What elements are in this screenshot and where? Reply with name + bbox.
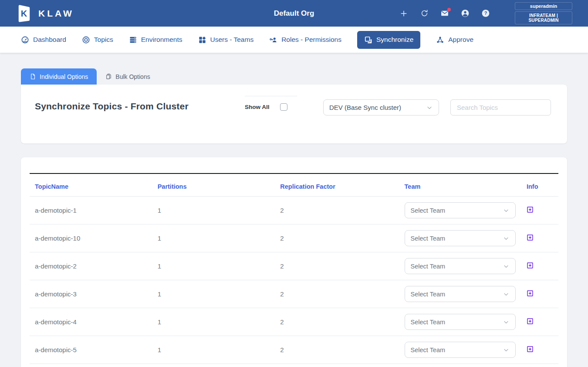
team-select[interactable]: Select Team <box>405 314 516 330</box>
partitions-cell: 1 <box>152 224 275 252</box>
topics-table: TopicName Partitions Replication Factor … <box>30 174 558 364</box>
synchronize-copy-icon <box>364 36 372 44</box>
team-select-value: Select Team <box>411 347 446 353</box>
nav-item-approve[interactable]: Approve <box>436 36 473 44</box>
topics-target-icon <box>82 36 90 44</box>
topic-name-cell: a-demotopic-1 <box>30 197 152 224</box>
table-row: a-demotopic-1 1 2 Select Team <box>30 197 558 224</box>
table-row: a-demotopic-4 1 2 Select Team <box>30 308 558 336</box>
table-row: a-demotopic-10 1 2 Select Team <box>30 224 558 252</box>
partitions-cell: 1 <box>152 336 275 364</box>
help-icon[interactable]: ? <box>481 9 490 18</box>
replication-factor-cell: 2 <box>275 252 399 280</box>
profile-icon[interactable] <box>461 9 470 18</box>
environments-server-icon <box>129 36 137 44</box>
mail-icon[interactable] <box>440 9 449 18</box>
brand-name: KLAW <box>38 8 74 19</box>
replication-factor-cell: 2 <box>275 224 399 252</box>
partitions-cell: 1 <box>152 197 275 224</box>
org-title: Default Org <box>274 9 314 18</box>
app-header: K KLAW Default Org ? superadmin INFRATEA… <box>0 0 588 27</box>
topics-table-card: TopicName Partitions Replication Factor … <box>21 157 567 367</box>
options-tabs: Individual Options Bulk Options <box>21 68 567 85</box>
tab-bulk-options[interactable]: Bulk Options <box>97 68 159 85</box>
team-select-value: Select Team <box>411 235 446 242</box>
main-content: Individual Options Bulk Options Synchron… <box>0 53 588 367</box>
team-select-value: Select Team <box>411 291 446 298</box>
refresh-icon[interactable] <box>420 9 429 18</box>
replication-factor-cell: 2 <box>275 308 399 336</box>
team-select-value: Select Team <box>411 319 446 326</box>
add-icon[interactable] <box>399 9 408 18</box>
table-row: a-demotopic-2 1 2 Select Team <box>30 252 558 280</box>
team-select-value: Select Team <box>411 263 446 270</box>
nav-item-dashboard[interactable]: Dashboard <box>21 36 66 44</box>
topic-name-cell: a-demotopic-4 <box>30 308 152 336</box>
show-all-group: Show All <box>245 96 297 111</box>
brand[interactable]: K KLAW <box>16 5 74 22</box>
svg-text:?: ? <box>484 10 487 16</box>
cluster-select[interactable]: DEV (Base Sync cluster) <box>323 99 439 116</box>
team-select[interactable]: Select Team <box>405 258 516 274</box>
chevron-down-icon <box>503 263 510 270</box>
dashboard-gauge-icon <box>21 36 29 44</box>
chevron-down-icon <box>503 347 510 353</box>
col-header-info: Info <box>521 174 558 197</box>
tab-individual-options[interactable]: Individual Options <box>21 68 97 85</box>
replication-factor-cell: 2 <box>275 197 399 224</box>
chevron-down-icon <box>503 235 510 242</box>
klaw-logo-icon: K <box>16 5 32 22</box>
partitions-cell: 1 <box>152 252 275 280</box>
add-box-icon[interactable] <box>527 234 534 241</box>
nav-item-synchronize[interactable]: Synchronize <box>357 31 420 49</box>
page-title: Synchronize Topics - From Cluster <box>35 101 245 112</box>
svg-text:K: K <box>21 9 27 18</box>
partitions-cell: 1 <box>152 280 275 308</box>
topics-table-body: a-demotopic-1 1 2 Select Team <box>30 197 558 364</box>
nav-item-environments[interactable]: Environments <box>129 36 182 44</box>
team-select[interactable]: Select Team <box>405 342 516 358</box>
partitions-cell: 1 <box>152 308 275 336</box>
topic-name-cell: a-demotopic-2 <box>30 252 152 280</box>
nav-item-roles-permissions[interactable]: Roles - Permissions <box>269 36 341 44</box>
topic-name-cell: a-demotopic-5 <box>30 336 152 364</box>
user-block[interactable]: superadmin INFRATEAM | SUPERADMIN <box>515 2 572 24</box>
replication-factor-cell: 2 <box>275 336 399 364</box>
col-header-replication-factor: Replication Factor <box>275 174 399 197</box>
chevron-down-icon <box>503 291 510 298</box>
team-role-label: INFRATEAM | SUPERADMIN <box>515 11 572 24</box>
add-box-icon[interactable] <box>527 206 534 213</box>
col-header-team: Team <box>399 174 521 197</box>
search-topics-input[interactable] <box>450 99 551 116</box>
show-all-checkbox[interactable] <box>280 103 287 111</box>
copy-files-icon <box>105 73 112 80</box>
chevron-down-icon <box>426 104 433 111</box>
chevron-down-icon <box>503 207 510 214</box>
nav-item-users-teams[interactable]: Users - Teams <box>198 36 254 44</box>
cluster-select-value: DEV (Base Sync cluster) <box>329 104 401 111</box>
users-teams-grid-icon <box>198 36 206 44</box>
table-row: a-demotopic-3 1 2 Select Team <box>30 280 558 308</box>
file-icon <box>30 73 36 80</box>
add-box-icon[interactable] <box>527 262 534 269</box>
nav-item-topics[interactable]: Topics <box>82 36 113 44</box>
col-header-topicname: TopicName <box>30 174 152 197</box>
team-select[interactable]: Select Team <box>405 230 516 246</box>
sync-panel: Synchronize Topics - From Cluster Show A… <box>21 85 567 143</box>
chevron-down-icon <box>503 319 510 326</box>
team-select[interactable]: Select Team <box>405 286 516 302</box>
team-select[interactable]: Select Team <box>405 202 516 218</box>
add-box-icon[interactable] <box>527 346 534 353</box>
team-select-value: Select Team <box>411 207 446 214</box>
add-box-icon[interactable] <box>527 318 534 325</box>
add-box-icon[interactable] <box>527 290 534 297</box>
topic-name-cell: a-demotopic-3 <box>30 280 152 308</box>
show-all-label: Show All <box>245 104 270 110</box>
roles-permissions-key-user-icon <box>269 36 277 44</box>
username-label: superadmin <box>515 2 572 10</box>
col-header-partitions: Partitions <box>152 174 275 197</box>
main-nav: Dashboard Topics Environments Users - Te… <box>0 27 588 53</box>
topic-name-cell: a-demotopic-10 <box>30 224 152 252</box>
approve-network-icon <box>436 36 444 44</box>
table-row: a-demotopic-5 1 2 Select Team <box>30 336 558 364</box>
